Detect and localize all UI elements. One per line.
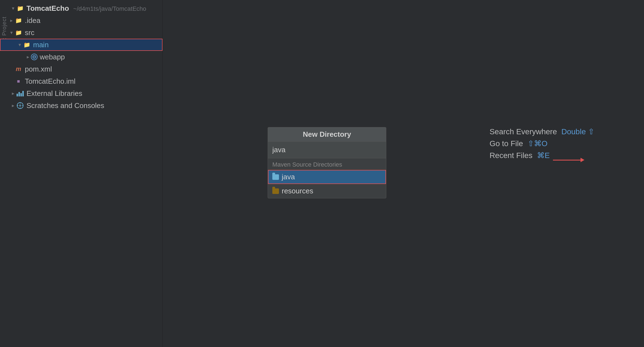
tree-item-external-libs[interactable]: External Libraries bbox=[0, 87, 163, 99]
shortcut-label-recent: Recent Files bbox=[489, 151, 533, 160]
shortcut-key-search: Double ⇧ bbox=[561, 127, 594, 136]
tree-label-root: TomcatEcho ~/d4m1ts/java/TomcatEcho bbox=[26, 4, 146, 13]
tree-item-scratches[interactable]: Scratches and Consoles bbox=[0, 99, 163, 112]
arrow-indicator bbox=[553, 160, 586, 160]
shortcut-search-everywhere: Search Everywhere Double ⇧ bbox=[489, 127, 594, 136]
chevron-webapp bbox=[25, 54, 31, 60]
shortcut-key-recent: ⌘E bbox=[537, 151, 550, 160]
tree-label-main: main bbox=[33, 41, 49, 49]
folder-icon-root: 📁 bbox=[16, 4, 24, 12]
popup-dir-label-java: java bbox=[282, 173, 295, 181]
chevron-idea bbox=[8, 17, 14, 23]
tree-item-root[interactable]: 📁 TomcatEcho ~/d4m1ts/java/TomcatEcho bbox=[0, 2, 163, 14]
shortcut-label-goto: Go to File bbox=[489, 139, 523, 148]
shortcut-label-search: Search Everywhere bbox=[489, 127, 557, 136]
webapp-icon bbox=[31, 54, 38, 60]
popup-dir-label-resources: resources bbox=[282, 187, 313, 195]
arrow-head bbox=[581, 158, 584, 162]
tree-item-main[interactable]: 📁 main bbox=[0, 39, 163, 51]
chevron-external-libs bbox=[10, 90, 16, 96]
popup-section-label: Maven Source Directories bbox=[268, 158, 386, 170]
tree-label-pom: pom.xml bbox=[25, 65, 52, 73]
folder-icon-src: 📁 bbox=[14, 28, 23, 37]
scratches-icon bbox=[16, 101, 24, 110]
chevron-src bbox=[8, 30, 14, 36]
main-content: Search Everywhere Double ⇧ Go to File ⇧⌘… bbox=[163, 0, 644, 347]
tree-label-src: src bbox=[25, 28, 34, 37]
popup-dir-item-resources[interactable]: resources bbox=[268, 184, 386, 198]
new-directory-input[interactable] bbox=[268, 142, 386, 158]
shortcuts-area: Search Everywhere Double ⇧ Go to File ⇧⌘… bbox=[489, 127, 594, 160]
tree-item-idea[interactable]: 📁 .idea bbox=[0, 14, 163, 27]
arrow-line bbox=[553, 160, 581, 161]
tree-item-iml[interactable]: ■ TomcatEcho.iml bbox=[0, 75, 163, 87]
tree-label-iml: TomcatEcho.iml bbox=[25, 77, 76, 86]
shortcut-key-goto: ⇧⌘O bbox=[528, 139, 548, 148]
chevron-scratches bbox=[10, 102, 16, 109]
maven-icon-pom: m bbox=[14, 65, 23, 73]
chevron-main bbox=[17, 42, 23, 48]
svg-point-4 bbox=[19, 104, 21, 107]
folder-icon-java bbox=[272, 174, 279, 180]
popup-title: New Directory bbox=[268, 127, 386, 142]
tree-item-webapp[interactable]: webapp bbox=[0, 51, 163, 63]
shortcut-goto-file: Go to File ⇧⌘O bbox=[489, 139, 594, 148]
tree-label-idea: .idea bbox=[25, 16, 40, 25]
folder-icon-idea: 📁 bbox=[14, 16, 23, 25]
new-directory-popup: New Directory Maven Source Directories j… bbox=[268, 127, 386, 198]
tree-item-src[interactable]: 📁 src bbox=[0, 27, 163, 39]
folder-icon-resources bbox=[272, 188, 279, 194]
shortcut-recent-files: Recent Files ⌘E bbox=[489, 151, 594, 160]
chevron-root bbox=[10, 5, 16, 11]
file-tree: 📁 TomcatEcho ~/d4m1ts/java/TomcatEcho 📁 … bbox=[0, 0, 163, 114]
folder-icon-main: 📁 bbox=[23, 41, 31, 49]
popup-dir-item-java[interactable]: java bbox=[268, 170, 386, 184]
tree-label-webapp: webapp bbox=[40, 53, 65, 61]
tree-item-pom[interactable]: m pom.xml bbox=[0, 63, 163, 75]
tree-label-scratches: Scratches and Consoles bbox=[26, 101, 104, 110]
tree-label-external-libs: External Libraries bbox=[26, 89, 82, 98]
project-sidebar: 1: Project 📁 TomcatEcho ~/d4m1ts/java/To… bbox=[0, 0, 163, 347]
external-libs-icon bbox=[16, 89, 24, 98]
iml-icon: ■ bbox=[14, 77, 23, 85]
